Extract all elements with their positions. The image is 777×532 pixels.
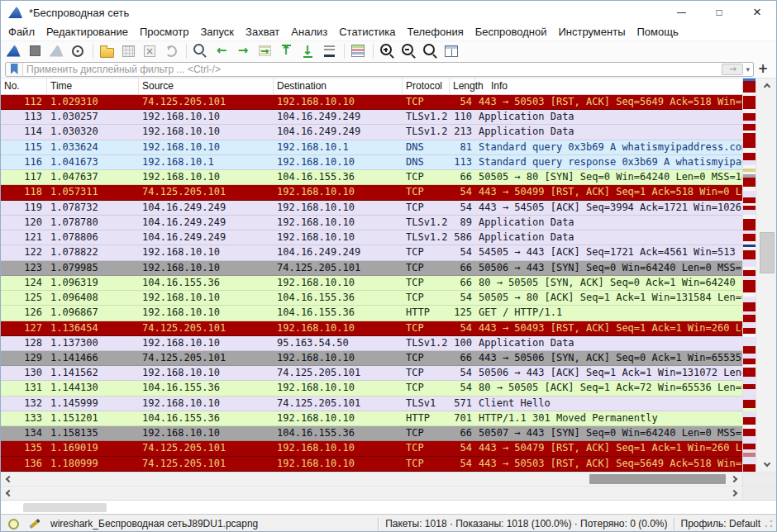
packet-row[interactable]: 1171.047637192.168.10.10104.16.155.36TCP…	[1, 170, 742, 185]
packet-row[interactable]: 1351.16901974.125.205.101192.168.10.10TC…	[1, 441, 742, 456]
maximize-button[interactable]: □	[700, 1, 738, 24]
scroll-left-button[interactable]	[2, 487, 16, 500]
cell-time: 1.169019	[47, 441, 139, 455]
scroll-up-button[interactable]	[756, 80, 777, 93]
packet-row[interactable]: 1121.02931074.125.205.101192.168.10.10TC…	[1, 95, 742, 110]
column-header-destination[interactable]: Destination	[274, 78, 403, 94]
packet-row[interactable]: 1231.079985192.168.10.1074.125.205.101TC…	[1, 261, 742, 276]
column-header-time[interactable]: Time	[47, 78, 139, 94]
column-header-no[interactable]: No.	[1, 78, 47, 94]
find-packet-icon[interactable]	[190, 42, 210, 60]
main-toolbar	[1, 40, 776, 60]
save-file-icon[interactable]	[118, 42, 138, 60]
cell-source: 192.168.10.10	[139, 125, 274, 139]
packet-row[interactable]: 1181.05731174.125.205.101192.168.10.10TC…	[1, 185, 742, 200]
hscrollbar-thumb[interactable]	[589, 474, 726, 484]
packet-row[interactable]: 1141.030320192.168.10.10104.16.249.249TL…	[1, 125, 742, 140]
menu-item-статистика[interactable]: Статистика	[333, 24, 401, 40]
intelligent-scrollbar-minimap[interactable]	[742, 78, 756, 472]
open-file-icon[interactable]	[97, 42, 117, 60]
packet-row[interactable]: 1341.158135192.168.10.10104.16.155.36TCP…	[1, 426, 742, 441]
packet-list-hscrollbar[interactable]	[1, 472, 776, 486]
minimap-stripe	[743, 259, 756, 267]
column-header-info[interactable]: Info	[475, 78, 742, 94]
packet-row[interactable]: 1261.096867192.168.10.10104.16.155.36HTT…	[1, 306, 742, 321]
cell-time: 1.096319	[47, 276, 139, 290]
packet-row[interactable]: 1311.144130104.16.155.36192.168.10.10TCP…	[1, 381, 742, 396]
packet-row[interactable]: 1251.096408192.168.10.10104.16.155.36TCP…	[1, 291, 742, 306]
cell-info: 50505 → 80 [SYN] Seq=0 Win=64240 Len=0 M…	[475, 170, 742, 184]
scroll-right-button[interactable]	[727, 473, 741, 486]
cell-time: 1.041673	[47, 155, 139, 169]
filter-dropdown-button[interactable]: ▾	[745, 65, 753, 74]
resize-grip[interactable]	[765, 520, 773, 528]
menu-item-запуск[interactable]: Запуск	[194, 24, 240, 40]
menu-item-телефония[interactable]: Телефония	[401, 24, 469, 40]
packet-row[interactable]: 1291.14146674.125.205.101192.168.10.10TC…	[1, 351, 742, 366]
packet-row[interactable]: 1211.078806104.16.249.249192.168.10.10TL…	[1, 230, 742, 245]
bytes-pane-scrollbar[interactable]	[1, 500, 776, 514]
reload-file-icon[interactable]	[161, 42, 181, 60]
packet-row[interactable]: 1161.041673192.168.10.1192.168.10.10DNS1…	[1, 155, 742, 170]
cell-protocol: DNS	[403, 155, 450, 169]
menu-item-просмотр[interactable]: Просмотр	[134, 24, 194, 40]
go-last-icon[interactable]	[298, 42, 317, 60]
menu-item-беспроводной[interactable]: Беспроводной	[470, 24, 553, 40]
packet-row[interactable]: 1301.141562192.168.10.1074.125.205.101TC…	[1, 366, 742, 381]
cell-destination: 104.16.155.36	[274, 170, 403, 184]
go-forward-icon[interactable]	[233, 42, 253, 60]
menu-item-редактирование[interactable]: Редактирование	[41, 24, 134, 40]
packet-row[interactable]: 1281.137300192.168.10.1095.163.54.50TLSv…	[1, 336, 742, 351]
menu-item-помощь[interactable]: Помощь	[632, 24, 684, 40]
packet-row[interactable]: 1241.096319104.16.155.36192.168.10.10TCP…	[1, 276, 742, 291]
menu-item-инструменты[interactable]: Инструменты	[552, 24, 631, 40]
restart-capture-icon[interactable]	[46, 42, 66, 60]
packet-row[interactable]: 1201.078780104.16.249.249192.168.10.10TL…	[1, 216, 742, 230]
column-header-protocol[interactable]: Protocol	[403, 78, 450, 94]
packet-row[interactable]: 1131.030257192.168.10.10104.16.249.249TL…	[1, 110, 742, 125]
column-header-length[interactable]: Length	[450, 78, 475, 94]
menu-item-анализ[interactable]: Анализ	[285, 24, 333, 40]
go-back-icon[interactable]	[212, 42, 231, 60]
menu-item-файл[interactable]: Файл	[2, 24, 41, 40]
packet-row[interactable]: 1321.145999192.168.10.1074.125.205.101TL…	[1, 397, 742, 411]
close-icon: ×	[753, 4, 761, 21]
close-file-icon[interactable]	[140, 42, 160, 60]
column-header-source[interactable]: Source	[139, 78, 274, 94]
apply-filter-button[interactable]: →	[722, 64, 743, 75]
scroll-down-button[interactable]	[756, 457, 777, 470]
zoom-out-icon[interactable]	[398, 42, 418, 60]
stop-capture-icon[interactable]	[25, 42, 45, 60]
packet-row[interactable]: 1361.18099974.125.205.101192.168.10.10TC…	[1, 457, 742, 472]
packet-row[interactable]: 1331.151201104.16.155.36192.168.10.10HTT…	[1, 411, 742, 426]
auto-scroll-icon[interactable]	[319, 42, 339, 60]
capture-options-icon[interactable]	[68, 42, 88, 60]
scroll-left-button[interactable]	[2, 473, 16, 486]
cell-no: 129	[1, 351, 47, 365]
resize-columns-icon[interactable]	[441, 42, 461, 60]
zoom-normal-icon[interactable]	[420, 42, 440, 60]
go-first-icon[interactable]	[276, 42, 296, 60]
packet-row[interactable]: 1191.078732104.16.249.249192.168.10.10TC…	[1, 201, 742, 216]
close-button[interactable]: ×	[738, 1, 776, 24]
vertical-scrollbar[interactable]	[756, 78, 777, 472]
packet-row[interactable]: 1221.078822192.168.10.10104.16.249.249TC…	[1, 245, 742, 260]
expert-info-icon[interactable]	[8, 519, 19, 530]
display-filter-input[interactable]	[23, 64, 722, 75]
packet-row[interactable]: 1271.13645474.125.205.101192.168.10.10TC…	[1, 321, 742, 336]
minimize-button[interactable]	[662, 1, 700, 24]
bytes-scrollbar-thumb[interactable]	[23, 503, 107, 512]
vertical-scrollbar-thumb[interactable]	[760, 232, 775, 273]
menu-item-захват[interactable]: Захват	[240, 24, 285, 40]
profile-label[interactable]: Профиль: Default	[681, 518, 761, 530]
details-pane-hscrollbar[interactable]	[1, 486, 776, 500]
colorize-icon[interactable]	[348, 42, 368, 60]
add-filter-button[interactable]: +	[754, 63, 772, 75]
zoom-in-icon[interactable]	[377, 42, 397, 60]
filter-bookmark-button[interactable]	[6, 63, 23, 76]
scroll-right-button[interactable]	[727, 487, 741, 500]
packet-row[interactable]: 1151.033624192.168.10.10192.168.10.1DNS8…	[1, 140, 742, 155]
start-capture-icon[interactable]	[3, 42, 23, 60]
capture-comment-pencil-icon[interactable]	[29, 519, 40, 529]
go-to-packet-icon[interactable]	[255, 42, 274, 60]
